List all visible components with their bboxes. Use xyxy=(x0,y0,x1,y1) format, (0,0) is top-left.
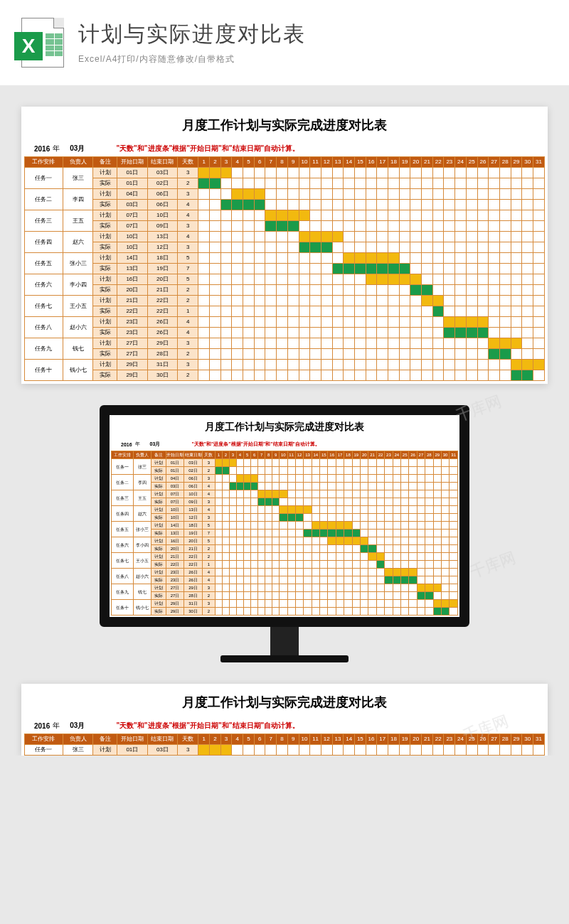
gantt-cell xyxy=(244,483,251,490)
gantt-cell xyxy=(320,514,328,522)
col-day-29: 29 xyxy=(433,451,441,459)
gantt-cell xyxy=(385,569,393,576)
gantt-cell xyxy=(251,576,258,584)
task-owner: 张三 xyxy=(134,459,151,475)
actual-end: 12日 xyxy=(147,242,178,253)
row-type-actual: 实际 xyxy=(93,178,117,189)
gantt-cell xyxy=(377,274,388,285)
gantt-cell xyxy=(417,483,425,490)
task-name: 任务四 xyxy=(112,506,134,522)
gantt-cell xyxy=(332,168,344,178)
gantt-cell xyxy=(409,514,417,522)
year-value: 2016 xyxy=(34,145,50,153)
gantt-cell xyxy=(366,349,377,360)
gantt-cell xyxy=(223,537,230,545)
gantt-cell xyxy=(287,328,299,338)
gantt-cell xyxy=(272,514,280,522)
row-type-plan: 计划 xyxy=(151,584,166,592)
gantt-cell xyxy=(332,360,344,370)
plan-end: 26日 xyxy=(147,317,178,328)
task-name: 任务七 xyxy=(112,553,134,569)
gantt-cell xyxy=(417,576,425,584)
gantt-cell xyxy=(280,537,287,545)
gantt-cell xyxy=(522,200,533,210)
gantt-cell xyxy=(299,178,310,189)
gantt-cell xyxy=(417,514,425,522)
col-day-9: 9 xyxy=(287,157,299,168)
gantt-cell xyxy=(321,221,332,232)
gantt-cell xyxy=(265,296,277,306)
gantt-cell xyxy=(366,253,377,264)
gantt-cell xyxy=(477,328,489,338)
gantt-cell xyxy=(352,483,360,490)
gantt-cell xyxy=(422,232,433,242)
gantt-cell xyxy=(432,296,444,306)
gantt-cell xyxy=(232,274,243,285)
gantt-cell xyxy=(258,545,265,553)
gantt-cell xyxy=(215,459,222,467)
col-day-8: 8 xyxy=(277,734,288,745)
gantt-cell xyxy=(368,530,376,537)
gantt-cell xyxy=(280,522,287,530)
gantt-cell xyxy=(230,530,237,537)
task-name: 任务二 xyxy=(25,189,63,210)
gantt-cell xyxy=(432,189,444,200)
gantt-cell xyxy=(344,483,352,490)
gantt-cell xyxy=(368,561,376,569)
gantt-cell xyxy=(366,317,377,328)
gantt-cell xyxy=(489,210,500,221)
col-end: 结束日期 xyxy=(184,451,203,459)
actual-start: 03日 xyxy=(117,200,148,210)
gantt-cell xyxy=(210,349,221,360)
gantt-cell xyxy=(466,264,477,274)
plan-end: 18日 xyxy=(184,522,203,530)
gantt-cell xyxy=(409,459,417,467)
gantt-cell xyxy=(254,178,265,189)
plan-days: 4 xyxy=(178,317,198,328)
gantt-cell xyxy=(499,338,511,349)
gantt-cell xyxy=(352,490,360,498)
table-row: 实际13日19日7 xyxy=(25,264,545,274)
gantt-cell xyxy=(243,328,255,338)
gantt-cell xyxy=(432,178,444,189)
gantt-cell xyxy=(511,189,522,200)
gantt-cell xyxy=(477,242,489,253)
gantt-cell xyxy=(344,189,355,200)
col-day-5: 5 xyxy=(244,451,251,459)
actual-start: 22日 xyxy=(166,561,184,569)
gantt-cell xyxy=(344,253,355,264)
gantt-cell xyxy=(299,232,310,242)
gantt-cell xyxy=(299,317,310,328)
gantt-cell xyxy=(422,200,433,210)
plan-start: 14日 xyxy=(166,522,184,530)
gantt-cell xyxy=(422,296,433,306)
gantt-cell xyxy=(455,232,467,242)
actual-start: 10日 xyxy=(166,514,184,522)
gantt-cell xyxy=(312,475,319,483)
gantt-cell xyxy=(377,264,388,274)
gantt-cell xyxy=(489,306,500,317)
monitor-screen: 月度工作计划与实际完成进度对比表 2016 年 03月 "天数"和"进度条"根据… xyxy=(100,405,469,627)
gantt-cell xyxy=(399,168,410,178)
gantt-cell xyxy=(198,285,210,296)
gantt-cell xyxy=(410,210,422,221)
gantt-cell xyxy=(310,370,321,381)
gantt-cell xyxy=(444,338,455,349)
gantt-cell xyxy=(310,242,321,253)
gantt-cell xyxy=(251,569,258,576)
gantt-cell xyxy=(295,561,303,569)
gantt-cell xyxy=(354,274,366,285)
actual-start: 20日 xyxy=(166,545,184,553)
plan-days: 4 xyxy=(178,232,198,242)
gantt-cell xyxy=(433,600,441,608)
gantt-cell xyxy=(277,296,288,306)
gantt-cell xyxy=(354,745,366,756)
task-owner: 赵六 xyxy=(63,232,93,253)
gantt-cell xyxy=(361,561,368,569)
gantt-cell xyxy=(254,296,265,306)
gantt-cell xyxy=(409,506,417,514)
col-start: 开始日期 xyxy=(166,451,184,459)
gantt-cell xyxy=(417,608,425,616)
gantt-cell xyxy=(477,232,489,242)
gantt-cell xyxy=(466,285,477,296)
